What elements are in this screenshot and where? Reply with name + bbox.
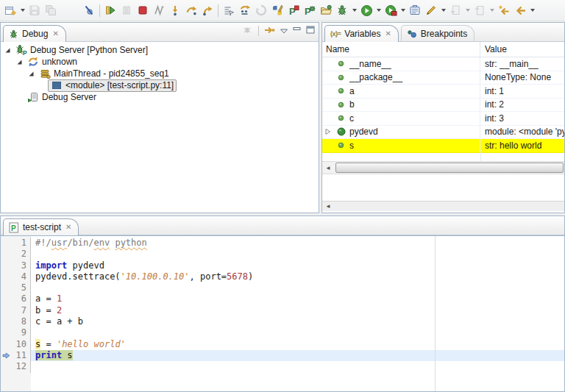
- code-lines[interactable]: 1#!/usr/bin/env python23import pydevd4py…: [1, 236, 564, 373]
- next-annotation-button[interactable]: [472, 2, 488, 18]
- variable-row[interactable]: pydevdmodule: <module 'py: [322, 126, 564, 140]
- previous-annotation-dropdown[interactable]: [463, 2, 472, 18]
- gold-arrow-button[interactable]: [264, 26, 275, 36]
- external-tools-button[interactable]: [407, 2, 423, 18]
- new-wizard-button[interactable]: [2, 2, 18, 18]
- suspend-button[interactable]: [118, 2, 135, 18]
- save-button[interactable]: [26, 2, 43, 18]
- disconnect-button[interactable]: [151, 2, 167, 18]
- skip-all-breakpoints-button[interactable]: [81, 2, 97, 18]
- annotation-ruler-cell[interactable]: [1, 316, 11, 327]
- code-text[interactable]: pydevd.settrace('10.100.0.10', port=5678…: [31, 271, 564, 282]
- scroll-left-icon[interactable]: ◄: [322, 202, 334, 211]
- debug-tree-item[interactable]: unknown: [1, 56, 319, 68]
- pydev-debug-marker-button[interactable]: P: [302, 2, 318, 18]
- step-into-button[interactable]: [167, 2, 183, 18]
- variable-row[interactable]: sstr: hello world: [322, 139, 564, 153]
- tab-test-script[interactable]: P test-script ✕: [3, 218, 79, 235]
- tab-breakpoints[interactable]: Breakpoints: [401, 25, 475, 42]
- variable-row[interactable]: aint: 1: [322, 85, 564, 99]
- back-dropdown[interactable]: [528, 2, 536, 18]
- open-python-module-button[interactable]: [318, 2, 334, 18]
- code-line[interactable]: 3import pydevd: [1, 260, 564, 271]
- annotation-ruler-cell[interactable]: [1, 339, 11, 350]
- code-text[interactable]: s = 'hello world': [31, 339, 564, 350]
- maximize-button[interactable]: [306, 26, 315, 36]
- close-icon[interactable]: ✕: [385, 30, 391, 38]
- debug-tree-item[interactable]: Debug Server: [1, 91, 319, 103]
- column-header-value[interactable]: Value: [480, 44, 564, 54]
- step-return-button[interactable]: [199, 2, 216, 18]
- save-all-button[interactable]: [43, 2, 59, 18]
- code-line[interactable]: 12: [1, 361, 564, 372]
- code-line[interactable]: 8c = a + b: [1, 316, 564, 327]
- code-line[interactable]: 4pydevd.settrace('10.100.0.10', port=567…: [1, 271, 564, 282]
- tab-variables[interactable]: (x)= Variables ✕: [324, 25, 399, 42]
- code-text[interactable]: [31, 249, 564, 260]
- new-wizard-dropdown[interactable]: [18, 2, 26, 18]
- code-text[interactable]: a = 1: [31, 293, 564, 304]
- view-menu-button[interactable]: [280, 26, 288, 36]
- use-step-filters-button[interactable]: [221, 2, 237, 18]
- code-line[interactable]: 10s = 'hello world': [1, 339, 564, 350]
- variable-row[interactable]: __package__NoneType: None: [322, 71, 564, 85]
- minimize-button[interactable]: [293, 26, 301, 36]
- remove-all-terminated-button[interactable]: [243, 25, 253, 37]
- debug-dropdown[interactable]: [350, 2, 358, 18]
- pydev-edit-button[interactable]: [269, 2, 285, 18]
- code-line[interactable]: 1#!/usr/bin/env python: [1, 238, 564, 249]
- twisty-expanded-icon[interactable]: [26, 71, 36, 77]
- mark-occurrences-dropdown[interactable]: [439, 2, 447, 18]
- debug-button[interactable]: [334, 2, 350, 18]
- detail-pane-scrollbar[interactable]: ◄: [322, 201, 564, 211]
- code-line[interactable]: 7b = 2: [1, 305, 564, 316]
- pydev-remove-marker-button[interactable]: P: [285, 2, 302, 18]
- code-line[interactable]: 2: [1, 249, 564, 260]
- column-header-name[interactable]: Name: [322, 42, 480, 57]
- scroll-left-icon[interactable]: ◄: [322, 162, 334, 174]
- coverage-dropdown[interactable]: [399, 2, 407, 18]
- variables-horizontal-scrollbar[interactable]: ◄: [322, 161, 564, 174]
- code-line[interactable]: 9: [1, 327, 564, 338]
- annotation-ruler-cell[interactable]: [1, 238, 11, 249]
- annotation-ruler-cell[interactable]: [1, 305, 11, 316]
- debug-tree-item[interactable]: MainThread - pid24855_seq1: [1, 68, 319, 79]
- mark-occurrences-button[interactable]: [423, 2, 439, 18]
- code-text[interactable]: [31, 327, 564, 338]
- code-text[interactable]: import pydevd: [31, 260, 564, 271]
- close-icon[interactable]: ✕: [65, 224, 71, 231]
- variable-row[interactable]: bint: 2: [322, 99, 564, 113]
- twisty-expanded-icon[interactable]: [3, 47, 13, 54]
- code-text[interactable]: c = a + b: [31, 316, 564, 327]
- close-icon[interactable]: ✕: [52, 30, 58, 38]
- scrollbar-thumb[interactable]: [335, 163, 564, 173]
- annotation-ruler-cell[interactable]: [1, 361, 11, 372]
- annotation-ruler-cell[interactable]: [1, 271, 11, 282]
- next-annotation-dropdown[interactable]: [488, 2, 496, 18]
- code-text[interactable]: [31, 361, 564, 372]
- annotation-ruler-cell[interactable]: [1, 249, 11, 260]
- tab-debug[interactable]: Debug ✕: [3, 25, 66, 42]
- back-button[interactable]: [512, 2, 528, 18]
- annotation-ruler-cell[interactable]: [1, 293, 11, 304]
- step-over-button[interactable]: [183, 2, 199, 18]
- code-text[interactable]: [31, 282, 564, 293]
- run-dropdown[interactable]: [374, 2, 383, 18]
- twisty-expanded-icon[interactable]: [15, 59, 24, 65]
- run-button[interactable]: [358, 2, 374, 18]
- last-edit-location-button[interactable]: [496, 2, 512, 18]
- pydev-disabled-button[interactable]: [253, 2, 269, 18]
- drop-to-frame-button[interactable]: [237, 2, 253, 18]
- terminate-button[interactable]: [135, 2, 151, 18]
- variable-row[interactable]: cint: 3: [322, 112, 564, 126]
- debug-tree-item[interactable]: PDebug Server [Python Server]: [1, 44, 319, 56]
- annotation-ruler-cell[interactable]: [1, 260, 11, 271]
- code-line[interactable]: 6a = 1: [1, 293, 564, 304]
- variable-row[interactable]: __name__str: __main__: [322, 57, 564, 71]
- code-line[interactable]: 5: [1, 282, 564, 293]
- code-text[interactable]: #!/usr/bin/env python: [31, 238, 564, 249]
- twisty-collapsed-icon[interactable]: [322, 128, 336, 135]
- code-line[interactable]: 11print s: [1, 350, 564, 361]
- resume-button[interactable]: [102, 2, 118, 18]
- annotation-ruler-cell[interactable]: [1, 282, 11, 293]
